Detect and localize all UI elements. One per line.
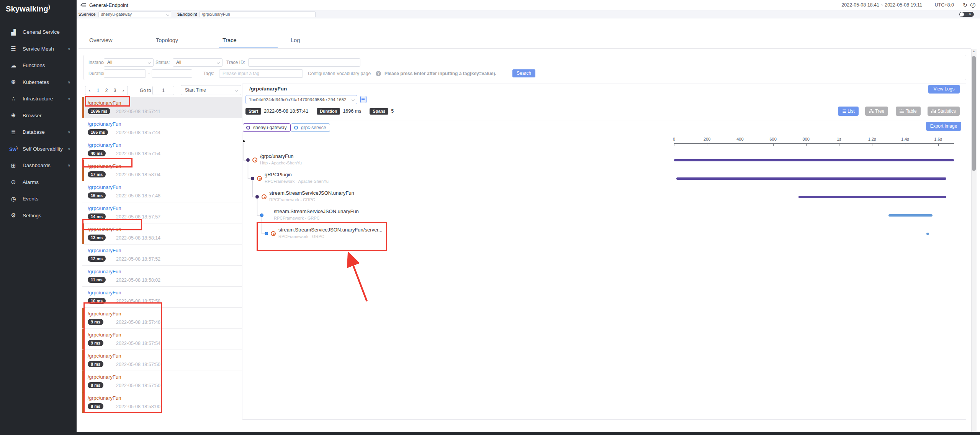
footer-bar [0,432,980,435]
sidebar-item[interactable]: ∴ Infrastructure ∨ [0,90,77,107]
time-range[interactable]: 2022-05-08 18:41 ~ 2022-05-08 19:11 [841,0,922,10]
tabs-divider [79,48,971,49]
goto-page-input[interactable]: 1 [152,86,174,95]
span-row[interactable]: stream.StreamServiceJSON.unaryFun/server… [242,225,664,243]
span-row[interactable]: gRPCPluginRPCFramework - Apache-ShenYu [242,169,664,188]
duration-badge: 10 ms [88,298,106,304]
span-duration-bar[interactable] [926,233,929,235]
duration-min-input[interactable] [104,69,146,78]
sidebar-item[interactable]: ▟ General Service ∨ [0,24,77,41]
trace-list-item[interactable]: /grpc/unaryFun 165 ms 2022-05-08 18:57:4… [82,118,244,139]
view-statistics-label: Statistics [937,108,956,114]
sidebar-item-label: Dashboards [23,163,51,168]
view-tree-button[interactable]: Tree [865,107,888,116]
instance-select[interactable]: All [104,58,154,67]
tab-topology[interactable]: Topology [156,37,178,43]
trace-list-item[interactable]: /grpc/unaryFun 12 ms 2022-05-08 18:57:52 [82,245,244,266]
duration-badge: 8 ms [88,361,103,367]
trace-list-item[interactable]: /grpc/unaryFun 1696 ms 2022-05-08 18:57:… [82,97,244,118]
sidebar-item[interactable]: ☸ Kubernetes ∨ [0,74,77,91]
trace-list-item[interactable]: /grpc/unaryFun 40 ms 2022-05-08 18:57:54 [82,139,244,160]
status-select[interactable]: All [173,58,223,67]
sidebar: Skywalking) ▟ General Service ∨ ☰ Servic… [0,0,77,435]
trace-list-item[interactable]: /grpc/unaryFun 9 ms 2022-05-08 18:57:46 [82,308,244,329]
page-1[interactable]: 1 [94,86,102,95]
sidebar-item[interactable]: ☰ Service Mesh ∨ [0,41,77,57]
view-table-button[interactable]: Table [896,107,921,116]
tags-input[interactable] [219,69,303,78]
legend-grpc-service[interactable]: grpc-service [291,123,330,132]
collapse-menu-icon[interactable] [80,2,86,10]
trace-timestamp: 2022-05-08 18:57:54 [116,341,160,346]
export-image-button[interactable]: Export image [926,122,961,131]
trace-list-item[interactable]: /grpc/unaryFun 8 ms 2022-05-08 18:58:00 [82,392,244,413]
trace-id-input[interactable] [248,58,360,67]
view-statistics-button[interactable]: Statistics [928,107,960,116]
scrollbar-up-icon[interactable]: ▲ [971,49,977,53]
version-toggle[interactable]: V [959,12,974,17]
sidebar-item[interactable]: ◷ Events ∨ [0,190,77,207]
trace-list-item[interactable]: /grpc/unaryFun 16 ms 2022-05-08 18:57:48 [82,181,244,202]
sidebar-item-label: Functions [23,62,45,68]
info-icon[interactable]: i [970,3,975,8]
span-row[interactable]: /grpc/unaryFunHttp - Apache-ShenYu [242,151,664,169]
sidebar-item-icon: ▟ [9,29,18,36]
duration-separator: - [148,69,150,78]
trace-timestamp: 2022-05-08 18:57:58 [116,299,160,304]
sidebar-item[interactable]: ☁ Functions ∨ [0,57,77,74]
view-list-button[interactable]: List [838,107,859,116]
legend-shenyu-gateway[interactable]: shenyu-gateway [243,123,291,132]
sidebar-item-icon: ⊞ [9,162,18,169]
search-button[interactable]: Search [512,69,535,77]
next-page-icon[interactable]: › [119,86,128,95]
sidebar-item[interactable]: ⊙ Alarms ∨ [0,174,77,191]
page-3[interactable]: 3 [111,86,119,95]
tab-trace[interactable]: Trace [223,37,237,43]
endpoint-input[interactable]: /grpc/unaryFun [199,11,316,17]
scrollbar-thumb[interactable] [972,56,976,171]
trace-endpoint: /grpc/unaryFun [88,374,121,380]
span-duration-bar[interactable] [676,177,946,180]
sidebar-item[interactable]: ⊕ Browser ∨ [0,107,77,124]
trace-id-select[interactable]: 1bc04d9244d349c0a74a14709349584e.294.165… [245,95,357,104]
view-tree-label: Tree [875,108,884,114]
trace-endpoint: /grpc/unaryFun [88,205,121,211]
span-row[interactable]: stream.StreamServiceJSON.unaryFunRPCFram… [242,206,664,225]
view-logs-button[interactable]: View Logs [928,85,960,94]
sort-select[interactable]: Start Time [181,85,241,95]
trace-list-item[interactable]: /grpc/unaryFun 8 ms 2022-05-08 18:57:50 [82,350,244,371]
trace-list-item[interactable]: /grpc/unaryFun 8 ms 2022-05-08 18:57:50 [82,371,244,392]
span-error-marker-icon [271,231,276,236]
timezone[interactable]: UTC+8:0 [935,0,954,10]
copy-icon[interactable] [360,96,366,103]
refresh-icon[interactable]: ↻ [963,0,967,10]
span-duration-bar[interactable] [888,214,932,217]
sidebar-item[interactable]: ⊞ Dashboards ∨ [0,157,77,174]
sidebar-item[interactable]: ⚙ Settings ∨ [0,207,77,224]
trace-timestamp: 2022-05-08 18:57:57 [116,214,160,220]
duration-max-input[interactable] [152,69,192,78]
duration-badge: 17 ms [88,171,106,177]
tab-overview[interactable]: Overview [89,37,112,43]
span-duration-bar[interactable] [674,159,954,161]
sidebar-item[interactable]: Sw) Self Observability ∨ [0,141,77,158]
service-select[interactable]: shenyu-gateway [98,11,171,17]
span-layer: RPCFramework - GRPC [274,216,320,220]
sidebar-item[interactable]: ≣ Database ∨ [0,124,77,141]
question-icon[interactable]: ? [376,71,381,76]
chevron-down-icon [166,13,169,16]
prev-page-icon[interactable]: ‹ [85,86,94,95]
trace-list-item[interactable]: /grpc/unaryFun 17 ms 2022-05-08 18:58:04 [82,160,244,181]
vocabulary-link[interactable]: Configuration Vocabulary page [308,69,371,78]
tab-log[interactable]: Log [291,37,300,43]
sidebar-item-label: General Service [23,29,60,35]
trace-list-item[interactable]: /grpc/unaryFun 11 ms 2022-05-08 18:58:02 [82,266,244,287]
span-duration-bar[interactable] [798,196,946,198]
span-row[interactable]: stream.StreamServiceJSON.unaryFunRPCFram… [242,188,664,206]
trace-list-item[interactable]: /grpc/unaryFun 13 ms 2022-05-08 18:58:14 [82,223,244,245]
trace-list-item[interactable]: /grpc/unaryFun 14 ms 2022-05-08 18:57:57 [82,202,244,223]
trace-timestamp: 2022-05-08 18:57:50 [116,362,160,367]
page-2[interactable]: 2 [102,86,111,95]
trace-list-item[interactable]: /grpc/unaryFun 9 ms 2022-05-08 18:57:54 [82,329,244,350]
trace-list-item[interactable]: /grpc/unaryFun 10 ms 2022-05-08 18:57:58 [82,287,244,308]
